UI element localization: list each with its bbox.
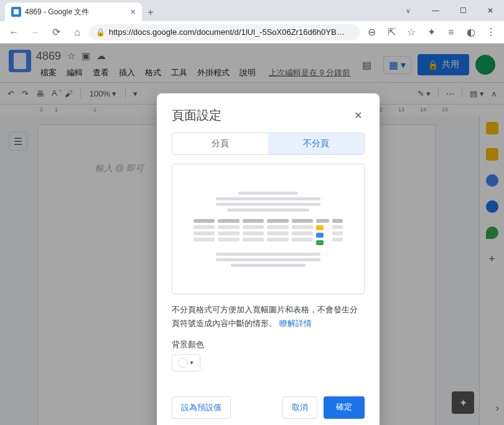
url-text: https://docs.google.com/document/d/1lUl_… — [109, 27, 345, 37]
docs-favicon — [11, 7, 21, 17]
background-color-label: 背景顏色 — [172, 339, 365, 350]
svg-rect-0 — [14, 9, 19, 14]
nav-reload[interactable]: ⟳ — [47, 24, 65, 41]
tab-paged[interactable]: 分頁 — [172, 133, 268, 154]
nav-forward: → — [26, 24, 44, 41]
browser-tab[interactable]: 4869 - Google 文件 × — [5, 2, 142, 21]
window-controls: ∨ — ☐ ✕ — [394, 0, 504, 21]
nav-home[interactable]: ⌂ — [68, 24, 86, 41]
browser-titlebar: 4869 - Google 文件 × + ∨ — ☐ ✕ — [0, 0, 504, 21]
bookmark-icon[interactable]: ☆ — [403, 24, 419, 40]
window-minimize[interactable]: — — [422, 0, 449, 21]
set-default-button[interactable]: 設為預設值 — [172, 396, 231, 419]
extension-custom-icon[interactable]: ◐ — [463, 24, 479, 40]
url-field[interactable]: 🔒 https://docs.google.com/document/d/1lU… — [90, 24, 360, 40]
color-swatch — [178, 358, 188, 368]
dialog-title: 頁面設定 — [172, 107, 222, 124]
chevron-down-icon: ▼ — [189, 360, 195, 366]
dialog-close-icon[interactable]: ✕ — [352, 107, 365, 124]
zoom-out-icon[interactable]: ⊖ — [363, 24, 380, 40]
new-tab-button[interactable]: + — [142, 4, 159, 21]
window-close[interactable]: ✕ — [477, 0, 504, 21]
page-mode-segmented: 分頁 不分頁 — [172, 133, 365, 155]
ok-button[interactable]: 確定 — [324, 396, 365, 419]
background-color-dropdown[interactable]: ▼ — [172, 354, 200, 371]
tab-close-icon[interactable]: × — [131, 7, 136, 17]
tab-pageless[interactable]: 不分頁 — [268, 133, 364, 154]
tabs-dropdown-icon[interactable]: ∨ — [394, 0, 422, 21]
reader-icon[interactable]: ≡ — [443, 24, 459, 40]
window-maximize[interactable]: ☐ — [449, 0, 477, 21]
nav-back[interactable]: ← — [5, 24, 22, 41]
lock-icon: 🔒 — [96, 28, 105, 37]
pageless-preview — [172, 164, 365, 294]
share-page-icon[interactable]: ⇱ — [383, 24, 399, 40]
address-bar: ← → ⟳ ⌂ 🔒 https://docs.google.com/docume… — [0, 21, 504, 44]
page-setup-dialog: 頁面設定 ✕ 分頁 不分頁 不分頁格式可方便加入寬幅圖片和表 — [157, 93, 380, 425]
browser-menu-icon[interactable]: ⋮ — [483, 24, 499, 40]
tab-title: 4869 - Google 文件 — [25, 7, 89, 17]
pageless-description: 不分頁格式可方便加入寬幅圖片和表格，不會發生分頁符號造成內容中斷的情形。 瞭解詳… — [172, 303, 365, 330]
learn-more-link[interactable]: 瞭解詳情 — [279, 319, 312, 328]
cancel-button[interactable]: 取消 — [282, 396, 317, 419]
extensions-icon[interactable]: ✦ — [423, 24, 439, 40]
